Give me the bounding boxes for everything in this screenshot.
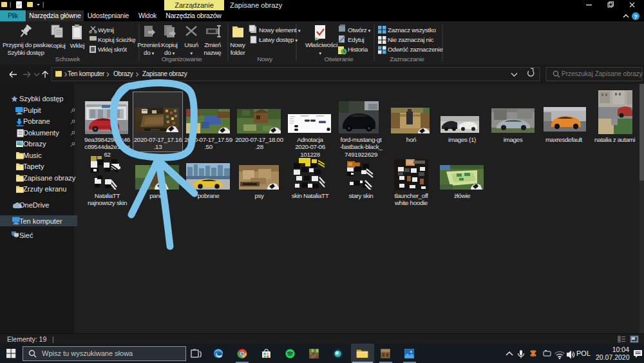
- svg-text:?: ?: [634, 14, 638, 20]
